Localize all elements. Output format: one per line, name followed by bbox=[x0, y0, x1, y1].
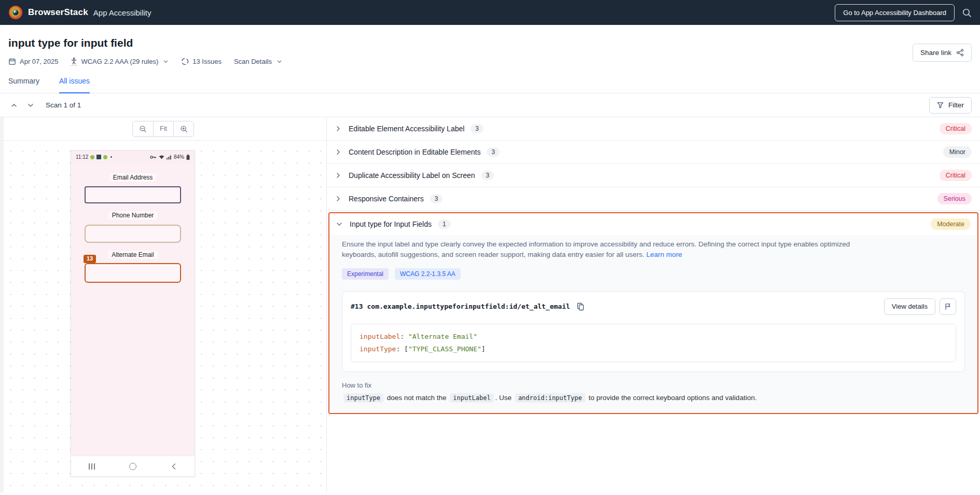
status-bar-right: 84% bbox=[150, 154, 190, 160]
issue-count-badge: 3 bbox=[487, 147, 500, 157]
device-nav-bar bbox=[71, 456, 195, 476]
flag-issue-button[interactable] bbox=[940, 298, 956, 315]
alternate-email-input[interactable] bbox=[85, 263, 181, 283]
severity-badge: Critical bbox=[940, 170, 972, 181]
tab-all-issues[interactable]: All issues bbox=[59, 77, 90, 93]
issue-element-id: com.example.inputtypeforinputfield:id/et… bbox=[367, 302, 570, 310]
zoom-in-button[interactable] bbox=[173, 121, 194, 136]
code-string: "Alternate Email" bbox=[408, 333, 477, 340]
phone-number-input[interactable] bbox=[85, 225, 181, 243]
issue-group-row[interactable]: Duplicate Accessibility Label on Screen … bbox=[327, 164, 980, 187]
battery-percent: 84% bbox=[174, 154, 184, 160]
issue-count: 13 Issues bbox=[181, 58, 222, 65]
issue-group-row[interactable]: Content Description in Editable Elements… bbox=[327, 141, 980, 164]
severity-badge: Moderate bbox=[931, 218, 971, 230]
zoom-fit-button[interactable]: Fit bbox=[153, 121, 173, 136]
issue-count-badge: 3 bbox=[481, 171, 494, 180]
scan-meta-row: Apr 07, 2025 WCAG 2.2 AAA (29 rules) 13 … bbox=[8, 57, 972, 66]
go-to-dashboard-button[interactable]: Go to App Accessibility Dashboard bbox=[835, 4, 955, 21]
severity-badge: Minor bbox=[943, 146, 972, 158]
code-pill: android:inputType bbox=[515, 393, 585, 403]
element-attributes-code: inputLabel: "Alternate Email" inputType:… bbox=[351, 324, 956, 362]
device-screen: Email Address Phone Number Alternate Ema… bbox=[71, 163, 195, 456]
fix-text: . Use bbox=[495, 394, 514, 402]
view-details-button[interactable]: View details bbox=[884, 298, 935, 315]
issue-number-badge: 13 bbox=[84, 255, 96, 263]
home-button[interactable] bbox=[112, 463, 153, 470]
issue-group-title: Responsive Containers bbox=[349, 195, 424, 203]
copy-icon[interactable] bbox=[576, 302, 585, 311]
expanded-issue-body: Ensure the input label and type clearly … bbox=[329, 235, 977, 413]
scan-nav-bar: Scan 1 of 1 Filter bbox=[0, 93, 980, 117]
chevron-right-icon bbox=[335, 126, 341, 132]
scan-date: Apr 07, 2025 bbox=[8, 58, 58, 65]
learn-more-link[interactable]: Learn more bbox=[646, 251, 682, 258]
share-link-label: Share link bbox=[920, 49, 951, 57]
zoom-control-group: Fit bbox=[132, 121, 194, 137]
issue-description: Ensure the input label and type clearly … bbox=[342, 239, 871, 260]
device-preview-panel: Fit 11:12 bbox=[0, 117, 327, 492]
wcag-rule-tag: WCAG 2.2-1.3.5 AA bbox=[395, 268, 461, 280]
code-separator: : bbox=[400, 333, 408, 340]
scan-position-label: Scan 1 of 1 bbox=[46, 101, 81, 109]
main-content: Fit 11:12 bbox=[0, 117, 980, 492]
device-canvas: 11:12 84% Email Addres bbox=[0, 141, 326, 492]
how-to-fix-text: inputType does not match the inputLabel.… bbox=[342, 394, 965, 402]
scan-date-label: Apr 07, 2025 bbox=[20, 58, 58, 65]
expanded-issue-group: Input type for Input Fields 1 Moderate E… bbox=[328, 212, 978, 414]
issue-count-badge: 3 bbox=[471, 124, 484, 133]
tab-summary[interactable]: Summary bbox=[8, 77, 39, 93]
issue-group-title: Input type for Input Fields bbox=[350, 220, 432, 228]
issue-instance-header: #13 com.example.inputtypeforinputfield:i… bbox=[351, 298, 956, 315]
signal-icon bbox=[167, 155, 172, 160]
chevron-right-icon bbox=[335, 149, 341, 155]
issue-group-title: Editable Element Accessibility Label bbox=[349, 125, 464, 133]
recents-button[interactable] bbox=[71, 463, 112, 470]
code-separator: : bbox=[396, 345, 404, 353]
fix-text: does not match the bbox=[385, 394, 448, 402]
next-scan-button[interactable] bbox=[25, 100, 36, 111]
how-to-fix-title: How to fix bbox=[342, 381, 965, 389]
share-link-button[interactable]: Share link bbox=[913, 44, 972, 62]
issue-description-text: Ensure the input label and type clearly … bbox=[342, 240, 850, 258]
zoom-toolbar: Fit bbox=[0, 117, 326, 141]
chevron-right-icon bbox=[335, 172, 341, 178]
severity-badge: Serious bbox=[937, 193, 972, 204]
chevron-down-icon bbox=[163, 59, 169, 64]
chevron-down-icon bbox=[277, 59, 282, 64]
filter-funnel-icon bbox=[937, 102, 944, 108]
brand-name: BrowserStack bbox=[28, 7, 88, 18]
wcag-profile-dropdown[interactable]: WCAG 2.2 AAA (29 rules) bbox=[71, 57, 169, 66]
device-status-bar: 11:12 84% bbox=[71, 150, 195, 163]
previous-scan-button[interactable] bbox=[8, 100, 20, 111]
issue-count-badge: 1 bbox=[438, 219, 451, 229]
android-app-icon bbox=[90, 155, 94, 159]
issue-group-row[interactable]: Responsive Containers 3 Serious bbox=[327, 187, 980, 211]
email-address-input[interactable] bbox=[85, 186, 181, 203]
issue-group-title: Duplicate Accessibility Label on Screen bbox=[349, 171, 475, 180]
scan-details-dropdown[interactable]: Scan Details bbox=[234, 58, 282, 65]
chevron-down-icon bbox=[336, 221, 342, 227]
how-to-fix-section: How to fix inputType does not match the … bbox=[342, 381, 965, 402]
scan-details-label: Scan Details bbox=[234, 58, 272, 65]
search-icon[interactable] bbox=[962, 8, 972, 18]
device-screenshot: 11:12 84% Email Addres bbox=[71, 150, 195, 477]
share-icon bbox=[956, 49, 964, 57]
code-line: inputLabel: "Alternate Email" bbox=[360, 331, 947, 343]
zoom-in-icon bbox=[180, 125, 188, 133]
issue-count-label: 13 Issues bbox=[192, 58, 222, 65]
expanded-issue-header[interactable]: Input type for Input Fields 1 Moderate bbox=[329, 213, 977, 235]
flag-icon bbox=[944, 303, 951, 310]
field-label-phone: Phone Number bbox=[108, 211, 158, 219]
severity-badge: Critical bbox=[940, 123, 972, 134]
status-square-icon bbox=[96, 155, 101, 159]
code-pill: inputType bbox=[343, 393, 383, 403]
issue-instance-id: #13 bbox=[351, 302, 363, 310]
back-button[interactable] bbox=[154, 463, 195, 470]
issue-group-row[interactable]: Editable Element Accessibility Label 3 C… bbox=[327, 117, 980, 141]
highlighted-element-wrapper: 13 bbox=[85, 263, 181, 283]
zoom-out-button[interactable] bbox=[133, 121, 153, 136]
field-label-email: Email Address bbox=[109, 173, 157, 182]
issues-scan-icon bbox=[181, 58, 189, 65]
filter-button[interactable]: Filter bbox=[929, 97, 972, 114]
